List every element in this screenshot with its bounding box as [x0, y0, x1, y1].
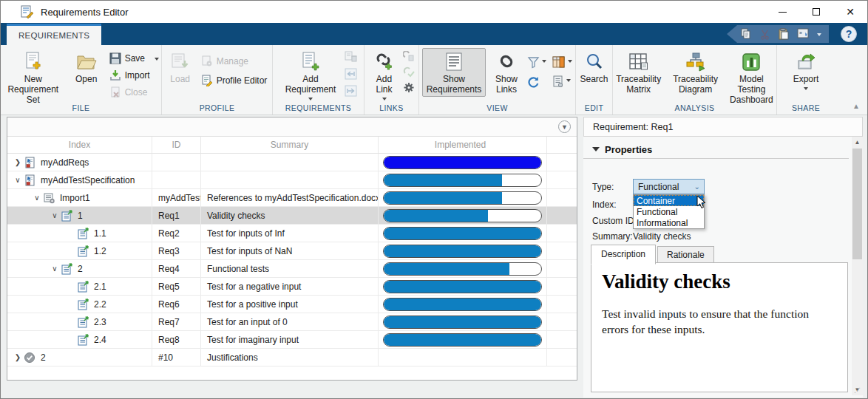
add-requirement-button[interactable]: Add Requirement: [279, 48, 342, 107]
column-header-summary[interactable]: Summary: [201, 137, 379, 153]
copy-icon[interactable]: [740, 28, 752, 40]
chevron-right-icon[interactable]: ❯: [12, 353, 24, 361]
row-index-label: 2: [78, 264, 83, 274]
pane-collapse-icon[interactable]: ▼: [558, 120, 571, 133]
app-icon: [20, 5, 33, 18]
add-link-caret-icon[interactable]: [382, 98, 387, 103]
table-row[interactable]: ∨2Req4Functional tests: [7, 260, 577, 278]
tab-requirements[interactable]: REQUIREMENTS: [7, 24, 101, 45]
add-requirement-caret-icon[interactable]: [308, 98, 313, 103]
table-row[interactable]: 1.1Req2Test for inputs of Inf: [7, 225, 577, 242]
columns-button[interactable]: [552, 56, 572, 69]
column-header-id[interactable]: ID: [152, 137, 201, 153]
resize-grip[interactable]: ⋰: [854, 389, 861, 396]
export-label: Export: [793, 74, 819, 84]
traceability-diagram-button[interactable]: Traceability Diagram: [668, 48, 722, 97]
row-summary-cell: Validity checks: [201, 207, 379, 224]
manage-profile-button: Manage: [199, 54, 270, 69]
open-label: Open: [75, 74, 97, 84]
row-index-label: 1: [78, 211, 83, 221]
cut-icon: [759, 29, 770, 40]
table-row[interactable]: 2.2Req6Test for a positive input: [7, 296, 577, 313]
model-testing-dashboard-button[interactable]: Model Testing Dashboard: [725, 48, 778, 107]
link-settings-gear-icon[interactable]: [403, 82, 415, 93]
row-implemented-cell: [379, 189, 547, 206]
minimize-button[interactable]: [765, 1, 799, 23]
row-summary-cell: [201, 171, 379, 188]
export-caret-icon[interactable]: [804, 87, 808, 92]
row-summary-cell: Test for a negative input: [201, 278, 379, 295]
open-button[interactable]: Open: [69, 48, 104, 86]
description-body: Test invalid inputs to ensure that the f…: [602, 307, 837, 338]
save-button[interactable]: Save: [107, 51, 161, 66]
row-implemented-cell: [379, 278, 547, 295]
column-header-index[interactable]: Index: [7, 137, 152, 153]
type-dropdown[interactable]: Functional ⌄: [633, 179, 705, 194]
row-id-cell: Req3: [152, 242, 201, 259]
description-editor[interactable]: Validity checks Test invalid inputs to e…: [591, 262, 848, 392]
ribbon-toolbar: New Requirement Set Open Save Import: [1, 45, 867, 115]
columns-caret-icon[interactable]: [568, 60, 572, 65]
scrollbar-thumb[interactable]: [852, 149, 862, 259]
new-requirement-set-button[interactable]: New Requirement Set: [1, 48, 66, 107]
type-option-container[interactable]: Container: [634, 195, 704, 206]
row-implemented-cell: [379, 207, 547, 224]
paste-icon[interactable]: [778, 28, 790, 40]
properties-section-header[interactable]: Properties: [583, 137, 849, 159]
details-scrollbar[interactable]: ▲ ▼: [852, 137, 863, 395]
chevron-down-icon[interactable]: ∨: [49, 265, 61, 273]
chevron-down-icon[interactable]: ∨: [12, 176, 24, 184]
implemented-progress-bar: [383, 245, 542, 258]
collapse-ribbon-icon[interactable]: ▲: [852, 102, 860, 110]
table-row[interactable]: 2.3Req7Test for an input of 0: [7, 313, 577, 331]
save-dropdown-caret-icon[interactable]: [155, 58, 159, 63]
filter-button[interactable]: [527, 56, 546, 69]
filter-caret-icon[interactable]: [542, 60, 546, 65]
table-row[interactable]: ❯2#10Justifications: [7, 349, 577, 366]
type-option-functional[interactable]: Functional: [634, 206, 704, 217]
implemented-progress-bar: [383, 227, 542, 240]
table-row[interactable]: ∨myAddTestSpecification: [7, 171, 577, 189]
import-button[interactable]: Import: [107, 68, 161, 83]
properties-collapse-icon[interactable]: [592, 147, 600, 155]
scrollbar-up-icon[interactable]: ▲: [852, 137, 863, 148]
row-implemented-cell: [379, 331, 547, 348]
properties-label: Properties: [605, 144, 652, 155]
refresh-button[interactable]: [527, 75, 546, 88]
show-links-button[interactable]: Show Links: [489, 48, 524, 97]
tab-description[interactable]: Description: [591, 245, 656, 265]
implemented-progress-bar: [383, 156, 542, 169]
traceability-matrix-button[interactable]: Traceability Matrix: [611, 48, 665, 97]
column-header-implemented[interactable]: Implemented: [379, 137, 547, 153]
table-row[interactable]: ∨1Req1Validity checks: [7, 207, 577, 225]
show-requirements-button[interactable]: Show Requirements: [422, 48, 486, 97]
promote-requirement-icon: [345, 68, 357, 80]
search-button[interactable]: Search: [575, 48, 612, 86]
command-badge-icon[interactable]: »: [797, 28, 810, 40]
type-field-label: Type:: [592, 182, 614, 192]
maximize-button[interactable]: [799, 1, 833, 23]
req-icon: [61, 263, 73, 275]
export-button[interactable]: Export: [789, 48, 824, 95]
show-requirements-label: Show Requirements: [427, 74, 482, 95]
table-row[interactable]: 2.4Req8Test for imaginary input: [7, 331, 577, 349]
chevron-down-icon[interactable]: ∨: [49, 211, 61, 219]
close-button[interactable]: ✕: [833, 1, 867, 23]
type-option-informational[interactable]: Informational: [634, 217, 704, 228]
table-row[interactable]: 1.2Req3Test for inputs of NaN: [7, 242, 577, 260]
row-index-label: 2.4: [94, 335, 106, 345]
report-caret-icon[interactable]: [566, 79, 571, 84]
table-row[interactable]: ❯myAddReqs: [7, 154, 577, 171]
row-id-cell: [152, 154, 201, 171]
report-button[interactable]: [552, 75, 572, 88]
add-link-button[interactable]: Add Link: [369, 48, 400, 107]
table-row[interactable]: ∨Import1myAddTestS...References to myAdd…: [7, 189, 577, 207]
chevron-down-icon[interactable]: ∨: [31, 194, 43, 202]
profile-editor-button[interactable]: Profile Editor: [199, 73, 270, 88]
qat-dropdown-caret-icon[interactable]: [817, 33, 821, 38]
table-row[interactable]: 2.1Req5Test for a negative input: [7, 278, 577, 296]
help-icon[interactable]: ?: [841, 26, 857, 42]
chevron-right-icon[interactable]: ❯: [12, 158, 24, 166]
row-implemented-cell: [379, 242, 547, 259]
section-profile: Load Manage Profile Editor PROFILE: [162, 45, 273, 115]
